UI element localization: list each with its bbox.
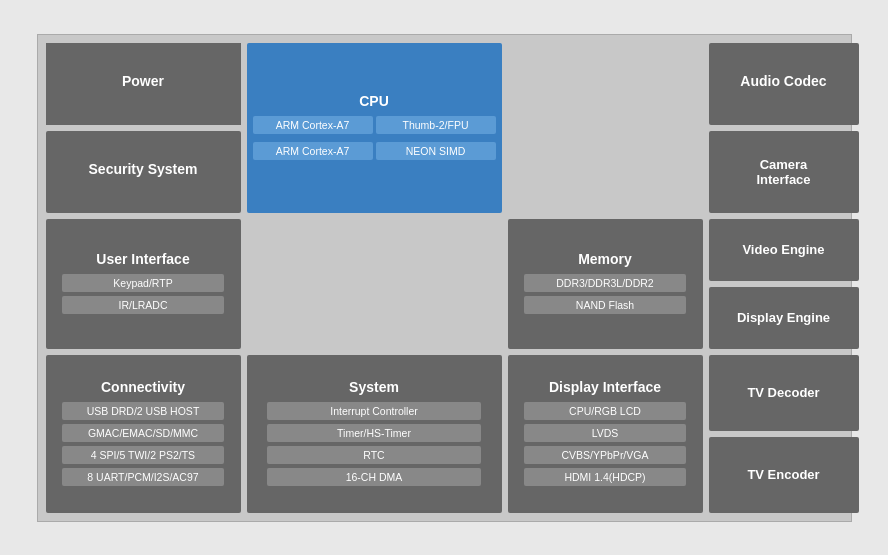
tv-decoder-title: TV Decoder [747, 385, 819, 400]
uart-item: 8 UART/PCM/I2S/AC97 [62, 468, 223, 486]
ddr-item: DDR3/DDR3L/DDR2 [524, 274, 685, 292]
cpu-rgb-item: CPU/RGB LCD [524, 402, 685, 420]
tv-encoder-title: TV Encoder [747, 467, 819, 482]
power-title: Power [46, 73, 241, 89]
gmac-item: GMAC/EMAC/SD/MMC [62, 424, 223, 442]
nand-item: NAND Flash [524, 296, 685, 314]
connectivity-block: Connectivity USB DRD/2 USB HOST GMAC/EMA… [46, 355, 241, 513]
hdmi-item: HDMI 1.4(HDCP) [524, 468, 685, 486]
security-block: Security System [46, 131, 241, 213]
timer-item: Timer/HS-Timer [267, 424, 481, 442]
user-interface-block: User Interface Keypad/RTP IR/LRADC [46, 219, 241, 349]
dma-item: 16-CH DMA [267, 468, 481, 486]
system-title: System [349, 379, 399, 395]
audio-codec-block: Audio Codec [709, 43, 859, 125]
lvds-item: LVDS [524, 424, 685, 442]
camera-interface-block: CameraInterface [709, 131, 859, 213]
video-engine-block: Video Engine [709, 219, 859, 281]
display-engine-title: Display Engine [737, 310, 830, 325]
right-mid-area: Video Engine Display Engine [709, 219, 859, 349]
memory-block: Memory DDR3/DDR3L/DDR2 NAND Flash [508, 219, 703, 349]
interrupt-item: Interrupt Controller [267, 402, 481, 420]
left-col-1: Power [46, 43, 241, 125]
system-block: System Interrupt Controller Timer/HS-Tim… [247, 355, 502, 513]
camera-interface-title: CameraInterface [756, 157, 810, 187]
memory-title: Memory [578, 251, 632, 267]
right-bottom-area: TV Decoder TV Encoder [709, 355, 859, 513]
diagram: Power CPU ARM Cortex-A7 Thumb-2/FPU ARM … [37, 34, 852, 522]
rtc-item: RTC [267, 446, 481, 464]
cpu-thumb: Thumb-2/FPU [376, 116, 496, 134]
tv-decoder-block: TV Decoder [709, 355, 859, 431]
cpu-arm1: ARM Cortex-A7 [253, 116, 373, 134]
cpu-row2: ARM Cortex-A7 NEON SIMD [253, 140, 496, 162]
usb-item: USB DRD/2 USB HOST [62, 402, 223, 420]
security-title: Security System [89, 161, 198, 177]
keypad-item: Keypad/RTP [62, 274, 223, 292]
right-top-area [508, 43, 703, 125]
cpu-block: CPU ARM Cortex-A7 Thumb-2/FPU ARM Cortex… [247, 43, 502, 213]
display-interface-block: Display Interface CPU/RGB LCD LVDS CVBS/… [508, 355, 703, 513]
cvbs-item: CVBS/YPbPr/VGA [524, 446, 685, 464]
connectivity-title: Connectivity [101, 379, 185, 395]
display-interface-title: Display Interface [549, 379, 661, 395]
cpu-title: CPU [359, 93, 389, 109]
audio-codec-title: Audio Codec [740, 73, 826, 89]
cpu-row1: ARM Cortex-A7 Thumb-2/FPU [253, 114, 496, 136]
spi-item: 4 SPI/5 TWI/2 PS2/TS [62, 446, 223, 464]
display-engine-block: Display Engine [709, 287, 859, 349]
user-interface-title: User Interface [96, 251, 189, 267]
cpu-arm2: ARM Cortex-A7 [253, 142, 373, 160]
cpu-neon: NEON SIMD [376, 142, 496, 160]
tv-encoder-block: TV Encoder [709, 437, 859, 513]
ir-item: IR/LRADC [62, 296, 223, 314]
video-engine-title: Video Engine [742, 242, 824, 257]
